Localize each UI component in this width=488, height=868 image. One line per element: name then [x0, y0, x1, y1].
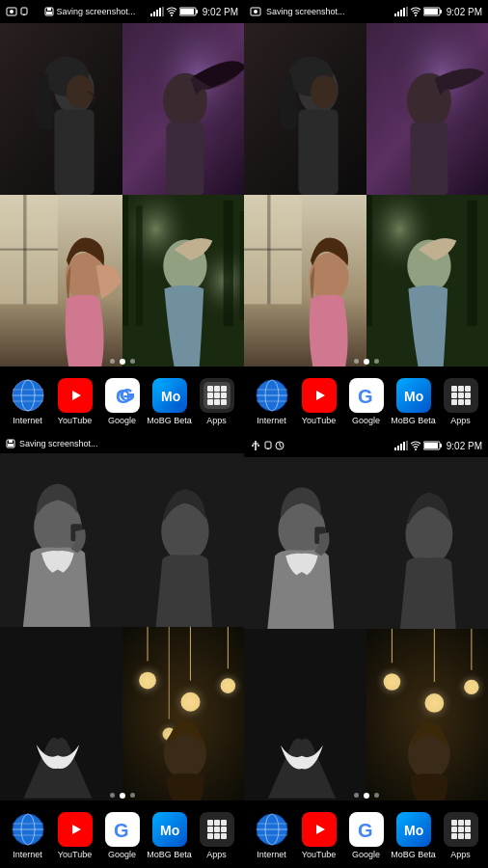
svg-rect-98: [207, 827, 213, 832]
apps-label-rb: Apps: [450, 850, 471, 859]
rb-photo-svg-2: [366, 457, 489, 629]
apps-grid-svg-rt: [447, 382, 474, 409]
svg-rect-156: [265, 442, 271, 448]
svg-point-154: [252, 445, 254, 447]
photo-cell-7: [0, 627, 122, 800]
left-top-dock: Internet YouTube: [0, 366, 244, 434]
rb-google-app[interactable]: G Google: [345, 812, 388, 859]
svg-rect-162: [397, 446, 399, 450]
yt-play-rt: [307, 387, 332, 404]
rt-battery-icon: [423, 7, 443, 16]
lb-internet-app[interactable]: Internet: [7, 812, 49, 859]
dot-lb-1: [110, 793, 115, 798]
lb-youtube-app[interactable]: YouTube: [54, 812, 96, 859]
right-bottom-status-bar: 9:02 PM: [244, 434, 488, 457]
rt-apps-app[interactable]: Apps: [440, 378, 482, 425]
svg-point-75: [139, 672, 156, 690]
svg-rect-200: [458, 827, 464, 832]
svg-rect-2: [21, 8, 27, 14]
svg-rect-203: [458, 833, 464, 839]
left-top-mobg-app[interactable]: Mo MoBG Beta: [149, 378, 191, 425]
svg-rect-36: [135, 205, 142, 326]
rb-internet-app[interactable]: Internet: [251, 812, 293, 859]
lb-mobg-app[interactable]: Mo MoBG Beta: [149, 812, 191, 859]
svg-rect-113: [440, 10, 442, 14]
photo-svg-8: [122, 627, 245, 800]
rb-mobg-app[interactable]: Mo MoBG Beta: [393, 812, 435, 859]
youtube-label-rb: YouTube: [302, 850, 336, 859]
svg-point-12: [171, 14, 173, 16]
rb-wifi-icon: [410, 441, 421, 450]
left-top-google-app[interactable]: G Google: [101, 378, 144, 425]
apps-label-rt: Apps: [450, 416, 471, 425]
rb-youtube-app[interactable]: YouTube: [298, 812, 340, 859]
rt-google-app[interactable]: G Google: [345, 378, 388, 425]
svg-rect-117: [298, 110, 338, 195]
yt-play-lt: [63, 387, 88, 404]
right-top-screen: Saving screenshot...: [244, 0, 488, 434]
rt-mobg-app[interactable]: Mo MoBG Beta: [393, 378, 435, 425]
left-bottom-dock: Internet YouTube G: [0, 800, 244, 868]
svg-rect-26: [166, 122, 203, 195]
svg-line-160: [280, 446, 282, 448]
photo-svg-4: [122, 195, 245, 366]
svg-rect-57: [214, 393, 220, 398]
internet-icon-lb: [11, 812, 45, 847]
google-label-rt: Google: [352, 416, 380, 425]
right-top-left-icons: Saving screenshot...: [250, 6, 345, 17]
rb-battery-icon: [423, 441, 443, 450]
dot-rt-2: [364, 359, 369, 365]
lb-google-app[interactable]: G Google: [101, 812, 144, 859]
left-top-youtube-app[interactable]: YouTube: [54, 378, 96, 425]
apps-label-lt: Apps: [206, 416, 227, 425]
rt-internet-app[interactable]: Internet: [251, 378, 293, 425]
svg-point-81: [220, 678, 235, 693]
left-top-page-dots: [0, 359, 244, 365]
dot-lb-2: [120, 793, 125, 799]
left-top-status-bar: Saving screenshot...: [0, 0, 244, 23]
photo-cell-1: [0, 23, 122, 195]
rt-youtube-app[interactable]: YouTube: [298, 378, 340, 425]
photo-svg-2: [122, 23, 245, 195]
svg-rect-11: [162, 7, 164, 16]
svg-rect-10: [159, 8, 161, 16]
left-top-apps-app[interactable]: Apps: [196, 378, 238, 425]
mobg-svg-rb: Mo: [401, 817, 426, 842]
photo-svg-1: [0, 23, 122, 195]
svg-rect-198: [465, 820, 471, 826]
google-icon-rt: G: [349, 378, 384, 413]
apps-icon-rt: [444, 378, 478, 413]
svg-rect-197: [458, 820, 464, 826]
youtube-icon-lb: [58, 812, 93, 847]
svg-rect-58: [221, 393, 227, 398]
svg-text:Mo: Mo: [160, 823, 179, 838]
svg-rect-6: [46, 12, 52, 14]
rt-wifi-icon: [410, 7, 421, 16]
google-icon-lt: G: [105, 378, 140, 413]
google-icon-lb: G: [105, 812, 140, 847]
svg-rect-53: [207, 386, 213, 392]
svg-rect-7: [150, 14, 152, 16]
saving-text-lt: Saving screenshot...: [57, 7, 136, 16]
signal-icon: [150, 7, 164, 16]
rb-photo-svg-3: [244, 629, 366, 800]
svg-text:Mo: Mo: [404, 823, 423, 838]
internet-label-lt: Internet: [13, 416, 42, 425]
mobg-label-lt: MoBG Beta: [147, 416, 192, 425]
svg-point-185: [464, 680, 478, 694]
left-top-internet-app[interactable]: Internet: [7, 378, 49, 425]
svg-rect-56: [207, 393, 213, 398]
svg-rect-9: [156, 10, 158, 16]
left-top-left-icons: [6, 6, 29, 17]
photo-cell-6: [122, 453, 245, 627]
dot-2: [120, 359, 125, 365]
svg-rect-96: [214, 820, 220, 826]
rb-notif-icon: [263, 441, 273, 450]
photo-cell-2: [122, 23, 245, 195]
svg-rect-95: [207, 820, 213, 826]
dot-rt-1: [354, 359, 359, 364]
lb-apps-app[interactable]: Apps: [196, 812, 238, 859]
rt-saving-text: Saving screenshot...: [266, 7, 345, 16]
svg-rect-108: [400, 10, 402, 16]
rb-apps-app[interactable]: Apps: [440, 812, 482, 859]
